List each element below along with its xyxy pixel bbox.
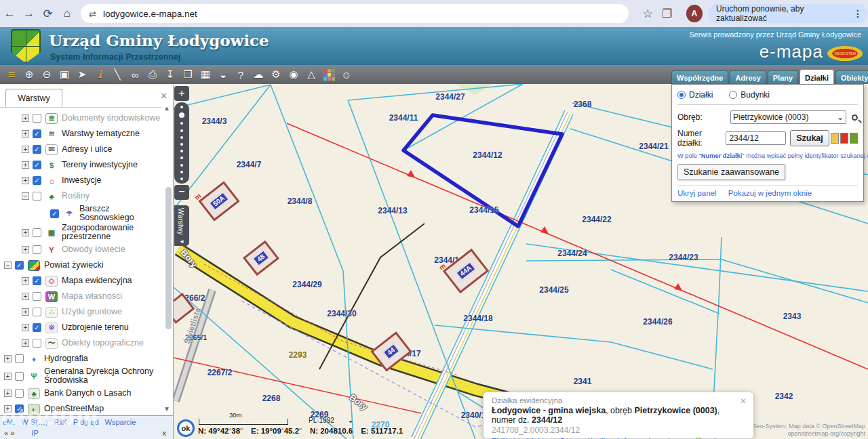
expander-icon[interactable]: + bbox=[22, 130, 29, 138]
layers-panel-collapse-tab[interactable]: Warstwy◄ bbox=[174, 205, 189, 246]
layer-checkbox[interactable] bbox=[33, 114, 41, 123]
zoom-in-icon[interactable]: ⊕ bbox=[20, 68, 38, 81]
feedback-person-icon[interactable]: ☺ bbox=[338, 69, 355, 81]
layer-checkbox[interactable] bbox=[33, 292, 41, 301]
footer-ip-link[interactable]: IP bbox=[31, 429, 38, 437]
layer-checkbox[interactable] bbox=[15, 372, 24, 381]
footer-close-button[interactable]: x bbox=[163, 429, 167, 437]
address-bar[interactable]: ⇄ lodygowice.e-mapa.net bbox=[81, 4, 629, 23]
comment-icon[interactable]: ◒ bbox=[214, 69, 232, 81]
print-icon[interactable]: ⎙ bbox=[144, 68, 161, 81]
expander-icon[interactable]: + bbox=[22, 146, 29, 153]
single-window-link[interactable]: Pokazuj w jednym oknie bbox=[728, 189, 812, 197]
layer-checkbox[interactable] bbox=[33, 228, 41, 237]
layer-label[interactable]: Obiekty topograficzne bbox=[62, 339, 144, 348]
map-zoom-out-button[interactable]: − bbox=[174, 185, 189, 200]
settings-gears-icon[interactable]: ⚙ bbox=[267, 68, 285, 81]
ok-button[interactable]: ok bbox=[177, 419, 195, 437]
expander-icon[interactable]: + bbox=[22, 246, 29, 253]
zoom-out-icon[interactable]: ⊖ bbox=[38, 68, 56, 81]
layer-label[interactable]: Adresy i ulice bbox=[62, 145, 112, 154]
footer-link[interactable]: W S(…) bbox=[21, 418, 47, 426]
measure-icon[interactable]: ╲ bbox=[108, 68, 126, 81]
radio-budynki[interactable] bbox=[729, 91, 737, 99]
expander-icon[interactable]: + bbox=[4, 405, 12, 413]
expander-icon[interactable]: + bbox=[22, 161, 29, 169]
layer-checkbox[interactable] bbox=[33, 192, 41, 201]
layers-panel-tab[interactable]: Warstwy bbox=[5, 89, 62, 106]
scroll-down-icon[interactable]: ▼ bbox=[163, 405, 170, 413]
bookmark-star-icon[interactable]: ☆ bbox=[638, 7, 657, 21]
layout-icon[interactable]: ▦ bbox=[197, 68, 214, 81]
layer-label[interactable]: Użytki gruntowe bbox=[62, 308, 122, 316]
layer-checkbox[interactable] bbox=[33, 308, 41, 316]
forward-icon[interactable]: → bbox=[19, 7, 38, 20]
tab-obiekty[interactable]: Obiekty bbox=[835, 70, 868, 84]
radio-dzialki[interactable] bbox=[677, 91, 686, 99]
layer-label[interactable]: Mapa ewidencyjna bbox=[62, 276, 132, 285]
expander-icon[interactable]: + bbox=[4, 355, 12, 362]
layer-label[interactable]: Mapa własności bbox=[62, 292, 122, 301]
szukaj-button[interactable]: Szukaj bbox=[790, 130, 829, 146]
layer-label[interactable]: Tereny inwestycyjne bbox=[62, 161, 138, 169]
reload-icon[interactable]: ⟳ bbox=[39, 7, 58, 21]
download-icon[interactable]: ↧ bbox=[161, 68, 179, 81]
expander-icon[interactable]: − bbox=[4, 262, 12, 269]
cloud-icon[interactable]: ☁ bbox=[250, 68, 267, 81]
extensions-icon[interactable]: ❐ bbox=[657, 7, 676, 21]
layer-checkbox[interactable]: ✓ bbox=[33, 161, 41, 169]
map-zoom-in-button[interactable]: + bbox=[174, 86, 189, 101]
tab-adresy[interactable]: Adresy bbox=[730, 70, 766, 84]
layer-checkbox[interactable]: ✓ bbox=[33, 176, 41, 185]
tab-działki[interactable]: Działki bbox=[800, 69, 834, 84]
info-card-close-icon[interactable]: ✕ bbox=[740, 396, 747, 406]
extent-icon[interactable]: ▣ bbox=[56, 68, 73, 81]
palette-grid-icon[interactable] bbox=[320, 68, 338, 81]
tab-plany[interactable]: Plany bbox=[768, 70, 798, 84]
crs-chevron-icon[interactable]: ⌄ bbox=[347, 415, 354, 425]
help-icon[interactable]: ? bbox=[232, 69, 250, 81]
update-browser-button[interactable]: Uruchom ponownie, aby zaktualizować ⋮ bbox=[708, 4, 868, 23]
scroll-up-icon[interactable]: ▲ bbox=[163, 104, 170, 112]
hide-panel-link[interactable]: Ukryj panel bbox=[677, 189, 717, 197]
layer-checkbox[interactable]: ✓ bbox=[15, 261, 24, 270]
footer-prev-button[interactable]: « bbox=[4, 429, 8, 437]
site-settings-icon[interactable]: ⇄ bbox=[89, 9, 96, 19]
layer-checkbox[interactable]: ✓ bbox=[33, 145, 41, 154]
layer-label[interactable]: OpenStreetMap bbox=[44, 404, 104, 413]
expander-icon[interactable]: + bbox=[22, 229, 29, 236]
expander-icon[interactable]: + bbox=[22, 324, 29, 331]
expander-icon[interactable]: − bbox=[22, 192, 29, 200]
layer-label[interactable]: Generalna Dyrekcja Ochrony Środowiska bbox=[44, 367, 161, 385]
layer-label[interactable]: Uzbrojenie terenu bbox=[62, 323, 129, 332]
link-icon[interactable]: ∞ bbox=[126, 69, 144, 81]
expander-icon[interactable]: + bbox=[22, 293, 29, 300]
info-icon[interactable]: i bbox=[91, 68, 108, 81]
layer-label[interactable]: Warstwy tematyczne bbox=[62, 129, 140, 138]
layer-label[interactable]: Powiat żywiecki bbox=[44, 261, 104, 270]
expander-icon[interactable]: + bbox=[22, 114, 29, 122]
expander-icon[interactable]: + bbox=[22, 308, 29, 316]
expander-icon[interactable]: + bbox=[22, 339, 29, 347]
layer-label[interactable]: Dokumenty środowiskowe bbox=[62, 114, 160, 123]
obreb-search-icon[interactable] bbox=[852, 114, 858, 121]
layers-scrollbar[interactable] bbox=[165, 187, 172, 329]
layer-checkbox[interactable] bbox=[33, 339, 41, 348]
footer-link[interactable]: P.IK bbox=[54, 418, 66, 426]
back-icon[interactable]: ← bbox=[0, 7, 19, 20]
advanced-search-button[interactable]: Szukanie zaawansowane bbox=[677, 164, 785, 180]
copy-window-icon[interactable]: ❐ bbox=[179, 68, 197, 81]
layer-checkbox[interactable] bbox=[15, 354, 24, 363]
footer-link[interactable]: P dg ąd bbox=[73, 418, 99, 426]
layer-label[interactable]: Hydrografia bbox=[44, 354, 88, 363]
browser-menu-icon[interactable]: ⋮ bbox=[853, 8, 863, 19]
footer-next-button[interactable]: » bbox=[10, 429, 14, 437]
home-icon[interactable]: ⌂ bbox=[58, 7, 77, 20]
obreb-select[interactable]: Pietrzykowice (0003)⌄ bbox=[730, 110, 846, 124]
tab-współrzędne[interactable]: Współrzędne bbox=[671, 70, 728, 84]
layer-label[interactable]: Barszcz Sosnowskiego bbox=[79, 205, 161, 222]
layer-checkbox[interactable]: ✓ bbox=[33, 129, 41, 138]
north-arrow-icon[interactable]: △ bbox=[302, 68, 320, 81]
layer-label[interactable]: Bank Danych o Lasach bbox=[44, 389, 132, 398]
layer-label[interactable]: Zagospodarowanie przestrzenne bbox=[62, 224, 161, 241]
